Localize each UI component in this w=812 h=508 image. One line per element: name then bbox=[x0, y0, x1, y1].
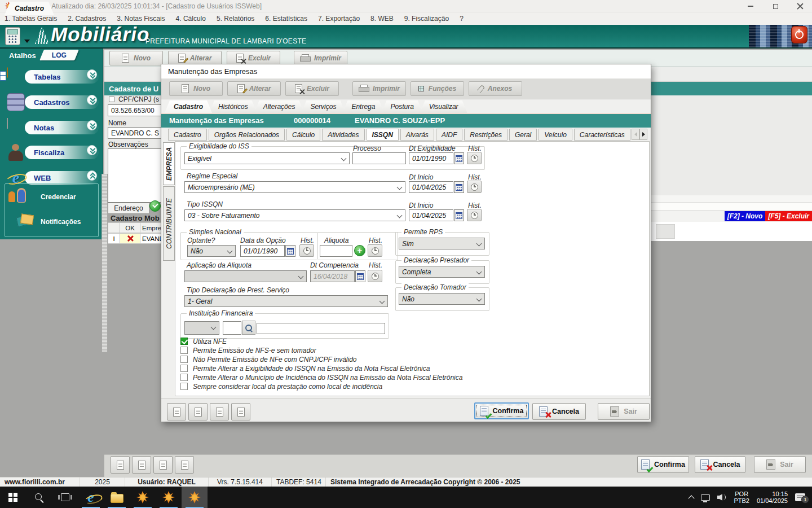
panel-splitter[interactable] bbox=[102, 174, 108, 352]
taskbar-app-1[interactable] bbox=[130, 487, 156, 508]
chevron-down-icon[interactable] bbox=[87, 69, 97, 80]
optante-select[interactable]: Não bbox=[187, 245, 236, 257]
checkbox[interactable] bbox=[180, 356, 188, 363]
inner-tab[interactable]: Veículo bbox=[539, 129, 572, 141]
historico-button[interactable] bbox=[467, 152, 482, 164]
record-next-button[interactable] bbox=[210, 403, 229, 421]
taskbar-search-button[interactable] bbox=[26, 487, 52, 508]
sidebar-item-credenciar[interactable]: Credenciar bbox=[41, 193, 76, 201]
sidebar-item-notas[interactable]: Notas bbox=[6, 119, 99, 138]
calendar-button[interactable] bbox=[454, 152, 464, 164]
tab-cadastro-bg[interactable]: Cadastro bbox=[5, 2, 54, 15]
data-opcao-input[interactable]: 01/01/1990 bbox=[240, 245, 285, 257]
sidebar-item-tabelas[interactable]: Tabelas bbox=[6, 68, 99, 87]
dt-competencia-input[interactable]: 16/04/2018 bbox=[310, 270, 355, 282]
record-prev-button[interactable] bbox=[132, 456, 151, 474]
inner-tab[interactable]: Cadastro bbox=[168, 129, 207, 141]
instituicao-codigo-input[interactable] bbox=[223, 321, 241, 335]
checkbox[interactable] bbox=[180, 383, 188, 390]
checkbox[interactable] bbox=[180, 347, 188, 354]
chevron-down-icon[interactable] bbox=[87, 95, 97, 105]
dialog-funcoes-button[interactable]: Funções bbox=[411, 81, 464, 96]
record-last-button[interactable] bbox=[175, 456, 194, 474]
instituicao-tipo-select[interactable] bbox=[184, 321, 219, 335]
checkbox[interactable] bbox=[180, 374, 188, 381]
speaker-icon[interactable] bbox=[717, 493, 726, 501]
aplicacao-select[interactable] bbox=[184, 270, 307, 282]
cpf-checkbox[interactable] bbox=[109, 97, 114, 102]
taskbar-app-2[interactable] bbox=[156, 487, 182, 508]
calendar-button[interactable] bbox=[355, 270, 365, 282]
sidebar-item-notificacoes[interactable]: Notificações bbox=[41, 218, 81, 226]
historico-button[interactable] bbox=[299, 244, 314, 257]
tab-atalhos[interactable]: Atalhos bbox=[9, 51, 36, 60]
tipo-issqn-dt-input[interactable]: 01/04/2025 bbox=[409, 209, 453, 221]
cancela-button-bg[interactable]: Cancela bbox=[695, 456, 745, 473]
dialog-novo-button[interactable]: Novo bbox=[169, 81, 223, 96]
regime-select[interactable]: Microempresário (ME) bbox=[184, 181, 405, 193]
network-icon[interactable] bbox=[701, 494, 710, 501]
outer-tab[interactable]: Alterações bbox=[254, 100, 304, 113]
record-next-button[interactable] bbox=[153, 456, 173, 474]
menu-item[interactable]: 7. Exportação bbox=[318, 15, 360, 23]
menu-item[interactable]: 9. Fiscalização bbox=[404, 15, 449, 23]
outer-tab[interactable]: Entrega bbox=[342, 100, 384, 113]
inner-tab[interactable]: AIDF bbox=[436, 129, 462, 141]
exigibilidade-select[interactable]: Exigível bbox=[184, 152, 350, 164]
record-prev-button[interactable] bbox=[188, 403, 208, 421]
inner-tab[interactable]: Alvarás bbox=[400, 129, 434, 141]
checkbox[interactable] bbox=[180, 365, 188, 372]
historico-button[interactable] bbox=[368, 270, 382, 282]
menu-item[interactable]: 2. Cadastros bbox=[68, 15, 106, 23]
menu-item[interactable]: 5. Relatórios bbox=[217, 15, 254, 23]
dialog-imprimir-button[interactable]: Imprimir bbox=[352, 81, 406, 96]
outer-tab[interactable]: Visualizar bbox=[420, 100, 467, 113]
inner-tab[interactable]: Geral bbox=[509, 129, 537, 141]
clock[interactable]: 10:15 01/04/2025 bbox=[757, 491, 788, 504]
confirma-button-bg[interactable]: Confirma bbox=[637, 456, 689, 473]
inner-tab[interactable]: Atividades bbox=[322, 129, 364, 141]
checkbox[interactable] bbox=[180, 338, 188, 345]
inner-tab[interactable]: Restrições bbox=[464, 129, 508, 141]
calendar-button[interactable] bbox=[454, 181, 464, 193]
outer-tab[interactable]: Cadastro bbox=[165, 100, 212, 113]
side-tab-empresa[interactable]: EMPRESA bbox=[163, 142, 175, 185]
menu-item[interactable]: 4. Cálculo bbox=[176, 15, 206, 23]
sair-button-bg[interactable]: Sair bbox=[754, 456, 806, 473]
notification-icon[interactable]: 1 bbox=[795, 493, 805, 501]
menu-item[interactable]: 6. Estatísticas bbox=[265, 15, 307, 23]
tray-chevron-up-icon[interactable] bbox=[689, 495, 695, 501]
tab-scroll-right-button[interactable] bbox=[639, 129, 647, 140]
close-button[interactable] bbox=[788, 0, 812, 12]
outer-tab[interactable]: Postura bbox=[381, 100, 422, 113]
inner-tab[interactable]: Orgãos Relacionados bbox=[209, 129, 285, 141]
tab-log[interactable]: LOG bbox=[39, 50, 79, 60]
historico-button[interactable] bbox=[467, 209, 482, 221]
search-button[interactable] bbox=[242, 321, 255, 335]
calendar-button[interactable] bbox=[454, 209, 464, 221]
declaracao-prestador-select[interactable]: Completa bbox=[399, 266, 485, 278]
maximize-button[interactable] bbox=[764, 0, 787, 12]
calendar-button[interactable] bbox=[285, 245, 295, 257]
tab-scroll-left-button[interactable] bbox=[632, 129, 639, 140]
dt-exigibilidade-input[interactable]: 01/01/1990 bbox=[409, 152, 453, 164]
chevron-down-icon[interactable] bbox=[87, 145, 97, 155]
instituicao-nome-input[interactable] bbox=[257, 323, 385, 334]
record-first-button[interactable] bbox=[167, 403, 186, 421]
taskbar-explorer[interactable] bbox=[104, 487, 130, 508]
confirma-button[interactable]: Confirma bbox=[474, 402, 529, 419]
taskbar-app-3-active[interactable] bbox=[182, 487, 208, 508]
menu-item[interactable]: 3. Notas Fiscais bbox=[117, 15, 165, 23]
outer-tab[interactable]: Históricos bbox=[209, 100, 257, 113]
menu-item[interactable]: ? bbox=[460, 15, 464, 23]
add-button[interactable] bbox=[354, 245, 365, 256]
dialog-alterar-button[interactable]: Alterar bbox=[227, 81, 281, 96]
tipo-declaracao-select[interactable]: 1- Geral bbox=[184, 295, 388, 307]
power-button[interactable] bbox=[791, 26, 807, 43]
sidebar-item-cadastros[interactable]: Cadastros bbox=[6, 93, 99, 112]
menu-item[interactable]: 1. Tabelas Gerais bbox=[5, 15, 57, 23]
outer-tab[interactable]: Serviços bbox=[301, 100, 345, 113]
chevron-up-icon[interactable] bbox=[87, 170, 97, 181]
novo-button[interactable]: Novo bbox=[109, 51, 163, 65]
record-last-button[interactable] bbox=[231, 403, 250, 421]
